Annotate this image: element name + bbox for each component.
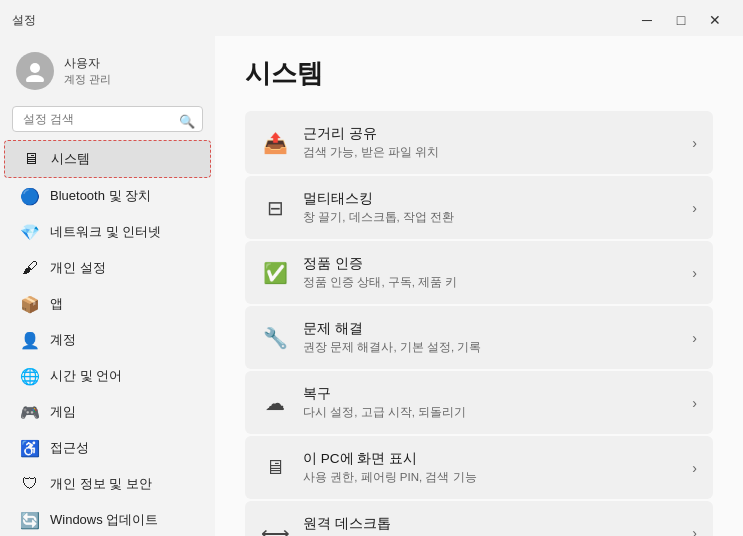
sidebar-label-apps: 앱: [50, 295, 63, 313]
nearby-sharing-text: 근거리 공유검색 가능, 받은 파일 위치: [303, 125, 678, 160]
sidebar-label-privacy: 개인 정보 및 보안: [50, 475, 152, 493]
maximize-button[interactable]: □: [665, 8, 697, 32]
nearby-sharing-chevron-icon: ›: [692, 135, 697, 151]
multitasking-text: 멀티태스킹창 끌기, 데스크톱, 작업 전환: [303, 190, 678, 225]
remote-desktop-text: 원격 데스크톱원격 데스크톱 사용자, 연결 관한: [303, 515, 678, 536]
sidebar-item-system[interactable]: 🖥시스템: [4, 140, 211, 178]
sidebar-item-windows-update[interactable]: 🔄Windows 업데이트: [4, 502, 211, 536]
bluetooth-icon: 🔵: [20, 186, 40, 206]
nearby-sharing-desc: 검색 가능, 받은 파일 위치: [303, 145, 678, 160]
gaming-icon: 🎮: [20, 402, 40, 422]
activation-desc: 정품 인증 상태, 구독, 제품 키: [303, 275, 678, 290]
sidebar-item-accounts[interactable]: 👤계정: [4, 322, 211, 358]
nearby-sharing-icon: 📤: [261, 129, 289, 157]
sidebar-item-gaming[interactable]: 🎮게임: [4, 394, 211, 430]
settings-item-troubleshoot[interactable]: 🔧문제 해결권장 문제 해결사, 기본 설정, 기록›: [245, 306, 713, 369]
sidebar-label-network: 네트워크 및 인터넷: [50, 223, 161, 241]
remote-desktop-chevron-icon: ›: [692, 525, 697, 537]
user-sub: 계정 관리: [64, 72, 111, 87]
content-area: 시스템 📤근거리 공유검색 가능, 받은 파일 위치›⊟멀티태스킹창 끌기, 데…: [215, 36, 743, 536]
multitasking-chevron-icon: ›: [692, 200, 697, 216]
avatar: [16, 52, 54, 90]
recovery-icon: ☁: [261, 389, 289, 417]
user-info: 사용자 계정 관리: [64, 55, 111, 87]
projection-icon: 🖥: [261, 454, 289, 482]
settings-item-multitasking[interactable]: ⊟멀티태스킹창 끌기, 데스크톱, 작업 전환›: [245, 176, 713, 239]
remote-desktop-icon: ⟷: [261, 519, 289, 537]
sidebar-item-personalization[interactable]: 🖌개인 설정: [4, 250, 211, 286]
sidebar-item-apps[interactable]: 📦앱: [4, 286, 211, 322]
accessibility-icon: ♿: [20, 438, 40, 458]
time-icon: 🌐: [20, 366, 40, 386]
settings-item-nearby-sharing[interactable]: 📤근거리 공유검색 가능, 받은 파일 위치›: [245, 111, 713, 174]
activation-icon: ✅: [261, 259, 289, 287]
multitasking-desc: 창 끌기, 데스크톱, 작업 전환: [303, 210, 678, 225]
activation-title: 정품 인증: [303, 255, 678, 273]
minimize-button[interactable]: ─: [631, 8, 663, 32]
recovery-text: 복구다시 설정, 고급 시작, 되돌리기: [303, 385, 678, 420]
svg-point-1: [26, 75, 44, 82]
recovery-chevron-icon: ›: [692, 395, 697, 411]
page-title: 시스템: [245, 56, 713, 91]
settings-item-remote-desktop[interactable]: ⟷원격 데스크톱원격 데스크톱 사용자, 연결 관한›: [245, 501, 713, 536]
recovery-title: 복구: [303, 385, 678, 403]
close-button[interactable]: ✕: [699, 8, 731, 32]
troubleshoot-icon: 🔧: [261, 324, 289, 352]
user-profile[interactable]: 사용자 계정 관리: [0, 44, 215, 102]
window-controls: ─ □ ✕: [631, 8, 731, 32]
sidebar-label-accessibility: 접근성: [50, 439, 89, 457]
sidebar-label-personalization: 개인 설정: [50, 259, 106, 277]
settings-list: 📤근거리 공유검색 가능, 받은 파일 위치›⊟멀티태스킹창 끌기, 데스크톱,…: [245, 111, 713, 536]
troubleshoot-title: 문제 해결: [303, 320, 678, 338]
remote-desktop-title: 원격 데스크톱: [303, 515, 678, 533]
sidebar-label-gaming: 게임: [50, 403, 76, 421]
sidebar-label-bluetooth: Bluetooth 및 장치: [50, 187, 151, 205]
sidebar-item-accessibility[interactable]: ♿접근성: [4, 430, 211, 466]
sidebar-label-system: 시스템: [51, 150, 90, 168]
system-icon: 🖥: [21, 149, 41, 169]
projection-title: 이 PC에 화면 표시: [303, 450, 678, 468]
search-container: 🔍: [0, 102, 215, 140]
privacy-icon: 🛡: [20, 474, 40, 494]
multitasking-icon: ⊟: [261, 194, 289, 222]
settings-item-recovery[interactable]: ☁복구다시 설정, 고급 시작, 되돌리기›: [245, 371, 713, 434]
sidebar-item-network[interactable]: 💎네트워크 및 인터넷: [4, 214, 211, 250]
sidebar-item-bluetooth[interactable]: 🔵Bluetooth 및 장치: [4, 178, 211, 214]
sidebar-nav: 🖥시스템🔵Bluetooth 및 장치💎네트워크 및 인터넷🖌개인 설정📦앱👤계…: [0, 140, 215, 536]
settings-item-projection[interactable]: 🖥이 PC에 화면 표시사용 권한, 페어링 PIN, 검색 기능›: [245, 436, 713, 499]
title-bar: 설정 ─ □ ✕: [0, 0, 743, 36]
projection-chevron-icon: ›: [692, 460, 697, 476]
recovery-desc: 다시 설정, 고급 시작, 되돌리기: [303, 405, 678, 420]
svg-point-0: [30, 63, 40, 73]
sidebar-label-accounts: 계정: [50, 331, 76, 349]
activation-chevron-icon: ›: [692, 265, 697, 281]
settings-item-activation[interactable]: ✅정품 인증정품 인증 상태, 구독, 제품 키›: [245, 241, 713, 304]
app-title: 설정: [12, 12, 36, 29]
projection-text: 이 PC에 화면 표시사용 권한, 페어링 PIN, 검색 기능: [303, 450, 678, 485]
projection-desc: 사용 권한, 페어링 PIN, 검색 기능: [303, 470, 678, 485]
sidebar: 사용자 계정 관리 🔍 🖥시스템🔵Bluetooth 및 장치💎네트워크 및 인…: [0, 36, 215, 536]
apps-icon: 📦: [20, 294, 40, 314]
search-input[interactable]: [12, 106, 203, 132]
windows-update-icon: 🔄: [20, 510, 40, 530]
sidebar-label-windows-update: Windows 업데이트: [50, 511, 158, 529]
personalization-icon: 🖌: [20, 258, 40, 278]
app-body: 사용자 계정 관리 🔍 🖥시스템🔵Bluetooth 및 장치💎네트워크 및 인…: [0, 36, 743, 536]
troubleshoot-desc: 권장 문제 해결사, 기본 설정, 기록: [303, 340, 678, 355]
troubleshoot-text: 문제 해결권장 문제 해결사, 기본 설정, 기록: [303, 320, 678, 355]
troubleshoot-chevron-icon: ›: [692, 330, 697, 346]
search-icon: 🔍: [179, 114, 195, 129]
sidebar-item-time[interactable]: 🌐시간 및 언어: [4, 358, 211, 394]
nearby-sharing-title: 근거리 공유: [303, 125, 678, 143]
network-icon: 💎: [20, 222, 40, 242]
sidebar-label-time: 시간 및 언어: [50, 367, 122, 385]
accounts-icon: 👤: [20, 330, 40, 350]
user-name: 사용자: [64, 55, 111, 72]
sidebar-item-privacy[interactable]: 🛡개인 정보 및 보안: [4, 466, 211, 502]
activation-text: 정품 인증정품 인증 상태, 구독, 제품 키: [303, 255, 678, 290]
multitasking-title: 멀티태스킹: [303, 190, 678, 208]
